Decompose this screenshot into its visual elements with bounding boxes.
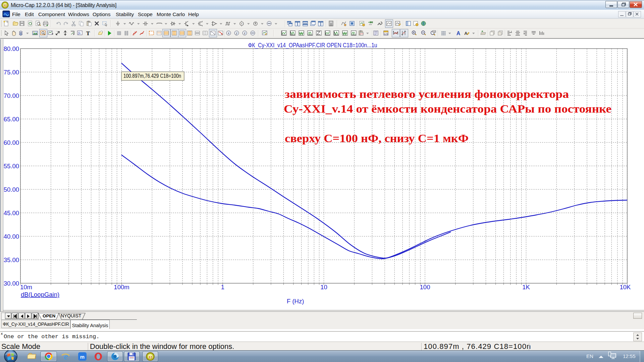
svg-text:80.00: 80.00 <box>4 45 19 52</box>
svg-text:1: 1 <box>221 284 224 291</box>
svg-text:12: 12 <box>149 355 153 359</box>
svg-text:100: 100 <box>420 284 430 291</box>
svg-text:EN: EN <box>586 353 593 359</box>
svg-text:y: y <box>235 32 237 35</box>
svg-text:fx: fx <box>78 31 81 35</box>
svg-text:F (Hz): F (Hz) <box>287 298 304 305</box>
svg-text:100.897m,76.429 C18=100n: 100.897m,76.429 C18=100n <box>123 73 181 79</box>
svg-text:55.00: 55.00 <box>4 163 19 170</box>
svg-text:10: 10 <box>320 284 327 291</box>
svg-text:ФК_Cy-XXI_v14_OPAasHPF.CIR OPE: ФК_Cy-XXI_v14_OPAasHPF.CIR OPEN C18=100n… <box>248 42 377 49</box>
svg-text:сверху С=100 нФ, снизу С=1 мкФ: сверху С=100 нФ, снизу С=1 мкФ <box>285 132 469 144</box>
svg-text:100m: 100m <box>114 284 129 291</box>
svg-text:1K: 1K <box>522 284 530 291</box>
svg-text:T: T <box>86 30 90 37</box>
svg-text:60.00: 60.00 <box>4 139 19 146</box>
svg-text:x: x <box>227 32 229 35</box>
svg-text:10m: 10m <box>20 284 32 291</box>
svg-text:12:55: 12:55 <box>623 353 636 359</box>
svg-text:100: 100 <box>433 31 436 33</box>
svg-text:Су-XXI_v.14 от ёмкости конденс: Су-XXI_v.14 от ёмкости конденсатора САРы… <box>284 103 611 115</box>
svg-text:e: e <box>64 352 68 361</box>
svg-text:70.00: 70.00 <box>4 92 19 99</box>
svg-text:dB(LoopGain): dB(LoopGain) <box>21 291 59 298</box>
svg-text:z: z <box>244 32 246 35</box>
svg-text:A: A <box>457 31 461 36</box>
svg-text:75.00: 75.00 <box>4 69 19 76</box>
svg-text:40.00: 40.00 <box>4 233 19 240</box>
svg-text:35.00: 35.00 <box>4 256 19 263</box>
svg-text:123: 123 <box>384 33 388 36</box>
svg-text:+: + <box>241 22 243 25</box>
svg-text:45.00: 45.00 <box>4 209 19 217</box>
svg-text:65.00: 65.00 <box>4 116 19 123</box>
svg-text:A: A <box>464 31 468 36</box>
svg-text:зависимость петлевого усиления: зависимость петлевого усиления фонокорре… <box>285 88 569 100</box>
svg-text:50.00: 50.00 <box>4 186 19 193</box>
svg-text:30.00: 30.00 <box>4 280 19 287</box>
svg-text:12: 12 <box>4 4 7 7</box>
svg-text:m: m <box>80 354 85 360</box>
svg-text:10K: 10K <box>620 284 631 291</box>
